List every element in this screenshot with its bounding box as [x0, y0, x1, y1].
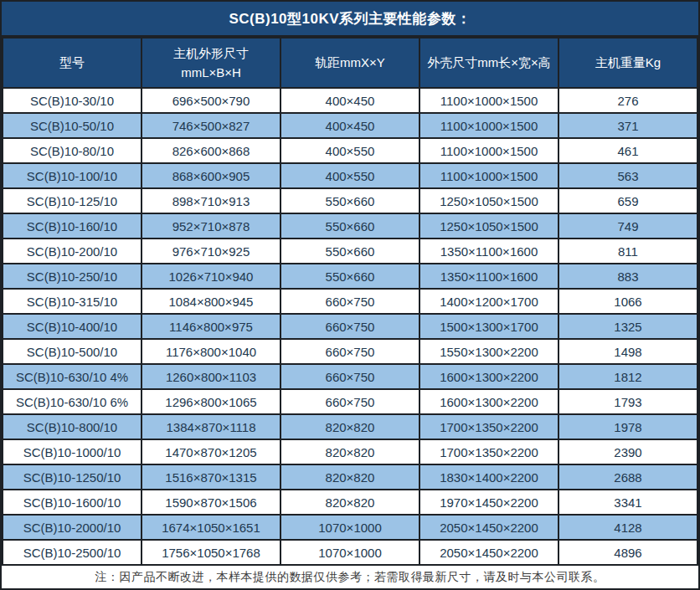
table-cell: SC(B)10-315/10 — [3, 289, 142, 314]
table-cell: SC(B)10-2500/10 — [3, 540, 142, 565]
table-cell: 820×820 — [281, 490, 419, 515]
table-cell: 400×450 — [281, 88, 419, 113]
table-cell: SC(B)10-1600/10 — [3, 490, 142, 515]
table-cell: 696×500×790 — [142, 88, 281, 113]
table-cell: 400×550 — [281, 163, 419, 188]
table-row: SC(B)10-400/101146×800×975660×7501500×13… — [3, 314, 697, 339]
spec-table: 型号 主机外形尺寸 mmL×B×H 轨距mmX×Y 外壳尺寸mm长×宽×高 主机… — [2, 37, 698, 566]
table-cell: 1550×1300×2200 — [419, 339, 558, 364]
table-cell: 1350×1100×1600 — [419, 264, 558, 289]
table-cell: 820×820 — [281, 439, 419, 464]
table-cell: 660×750 — [281, 314, 419, 339]
table-row: SC(B)10-250/101026×710×940550×6601350×11… — [3, 264, 697, 289]
table-row: SC(B)10-100/10868×600×905400×5501100×100… — [3, 163, 697, 188]
table-row: SC(B)10-125/10898×710×913550×6601250×105… — [3, 188, 697, 213]
table-cell: 826×600×868 — [142, 138, 281, 163]
table-cell: 1026×710×940 — [142, 264, 281, 289]
table-cell: 1084×800×945 — [142, 289, 281, 314]
table-cell: 4896 — [558, 540, 697, 565]
table-cell: 1100×1000×1500 — [419, 163, 558, 188]
table-cell: 1756×1050×1768 — [142, 540, 281, 565]
table-cell: 976×710×925 — [142, 239, 281, 264]
table-cell: 1070×1000 — [281, 515, 419, 540]
table-cell: 1674×1050×1651 — [142, 515, 281, 540]
table-cell: SC(B)10-630/10 4% — [3, 364, 142, 389]
table-cell: 1700×1350×2200 — [419, 414, 558, 439]
table-cell: 749 — [558, 213, 697, 239]
spec-table-header: 型号 主机外形尺寸 mmL×B×H 轨距mmX×Y 外壳尺寸mm长×宽×高 主机… — [3, 38, 697, 88]
table-cell: 1470×870×1205 — [142, 439, 281, 464]
table-row: SC(B)10-1250/101516×870×1315820×8201830×… — [3, 464, 697, 490]
table-cell: 1260×800×1103 — [142, 364, 281, 389]
table-cell: 660×750 — [281, 389, 419, 414]
table-cell: SC(B)10-1000/10 — [3, 439, 142, 464]
table-row: SC(B)10-630/10 4%1260×800×1103660×750160… — [3, 364, 697, 389]
table-row: SC(B)10-50/10746×500×827400×4501100×1000… — [3, 113, 697, 138]
table-cell: 1600×1300×2200 — [419, 389, 558, 414]
table-cell: 820×820 — [281, 464, 419, 490]
table-row: SC(B)10-200/10976×710×925550×6601350×110… — [3, 239, 697, 264]
table-cell: SC(B)10-400/10 — [3, 314, 142, 339]
table-cell: 400×450 — [281, 113, 419, 138]
table-cell: 1296×800×1065 — [142, 389, 281, 414]
table-cell: 1830×1400×2200 — [419, 464, 558, 490]
table-cell: 1700×1350×2200 — [419, 439, 558, 464]
table-cell: 1250×1050×1500 — [419, 188, 558, 213]
table-cell: 1325 — [558, 314, 697, 339]
table-cell: SC(B)10-80/10 — [3, 138, 142, 163]
table-cell: 746×500×827 — [142, 113, 281, 138]
table-cell: 550×660 — [281, 239, 419, 264]
table-cell: 461 — [558, 138, 697, 163]
column-header-model: 型号 — [3, 38, 142, 88]
table-row: SC(B)10-800/101384×870×1118820×8201700×1… — [3, 414, 697, 439]
table-cell: 371 — [558, 113, 697, 138]
table-row: SC(B)10-630/10 6%1296×800×1065660×750160… — [3, 389, 697, 414]
table-cell: SC(B)10-30/10 — [3, 88, 142, 113]
table-cell: 1250×1050×1500 — [419, 213, 558, 239]
table-cell: 1384×870×1118 — [142, 414, 281, 439]
table-cell: 952×710×878 — [142, 213, 281, 239]
table-cell: SC(B)10-800/10 — [3, 414, 142, 439]
table-row: SC(B)10-80/10826×600×868400×5501100×1000… — [3, 138, 697, 163]
table-cell: 2050×1450×2200 — [419, 540, 558, 565]
table-cell: 1498 — [558, 339, 697, 364]
table-cell: 1812 — [558, 364, 697, 389]
table-cell: 2688 — [558, 464, 697, 490]
column-header-weight: 主机重量Kg — [558, 38, 697, 88]
table-cell: SC(B)10-125/10 — [3, 188, 142, 213]
table-row: SC(B)10-160/10952×710×878550×6601250×105… — [3, 213, 697, 239]
page-title: SC(B)10型10KV系列主要性能参数： — [2, 2, 698, 37]
table-cell: SC(B)10-500/10 — [3, 339, 142, 364]
table-cell: 1500×1300×1700 — [419, 314, 558, 339]
table-cell: 1350×1100×1600 — [419, 239, 558, 264]
table-cell: 276 — [558, 88, 697, 113]
table-row: SC(B)10-1000/101470×870×1205820×8201700×… — [3, 439, 697, 464]
table-cell: 1146×800×975 — [142, 314, 281, 339]
table-row: SC(B)10-500/101176×800×1040660×7501550×1… — [3, 339, 697, 364]
table-cell: 1100×1000×1500 — [419, 113, 558, 138]
table-cell: 898×710×913 — [142, 188, 281, 213]
column-header-shell-size: 外壳尺寸mm长×宽×高 — [419, 38, 558, 88]
table-cell: 811 — [558, 239, 697, 264]
table-cell: 1066 — [558, 289, 697, 314]
table-cell: 1516×870×1315 — [142, 464, 281, 490]
table-cell: 1176×800×1040 — [142, 339, 281, 364]
table-cell: 550×660 — [281, 213, 419, 239]
spec-sheet-page: SC(B)10型10KV系列主要性能参数： 型号 主机外形尺寸 mmL×B×H … — [0, 0, 700, 590]
table-cell: 1793 — [558, 389, 697, 414]
table-row: SC(B)10-315/101084×800×945660×7501400×12… — [3, 289, 697, 314]
table-cell: 660×750 — [281, 339, 419, 364]
column-header-track-gauge: 轨距mmX×Y — [281, 38, 419, 88]
table-cell: 820×820 — [281, 414, 419, 439]
table-cell: 1100×1000×1500 — [419, 88, 558, 113]
table-cell: 1970×1450×2200 — [419, 490, 558, 515]
table-cell: 3341 — [558, 490, 697, 515]
table-cell: 1400×1200×1700 — [419, 289, 558, 314]
table-cell: 2390 — [558, 439, 697, 464]
table-cell: 550×660 — [281, 264, 419, 289]
table-cell: 659 — [558, 188, 697, 213]
table-cell: SC(B)10-2000/10 — [3, 515, 142, 540]
table-cell: 400×550 — [281, 138, 419, 163]
table-cell: 4128 — [558, 515, 697, 540]
table-cell: SC(B)10-630/10 6% — [3, 389, 142, 414]
